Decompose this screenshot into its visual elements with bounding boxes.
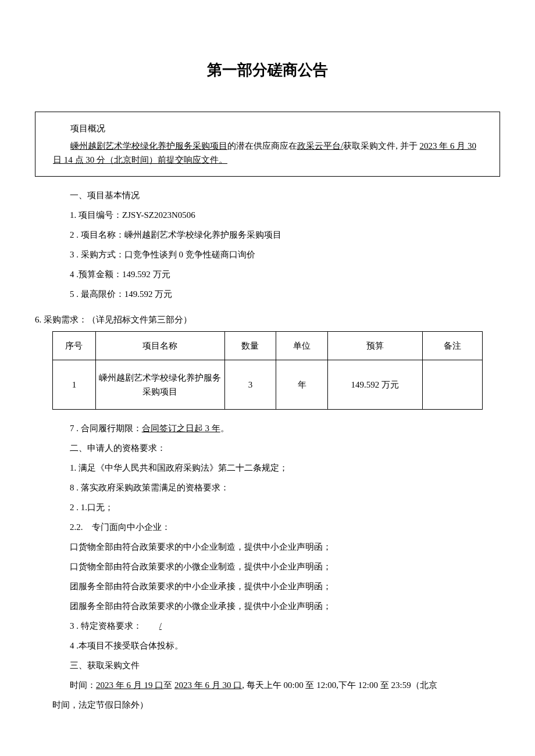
sme-line-d: 团服务全部由符合政策要求的小微企业承接，提供中小企业声明函； [52, 599, 483, 613]
overview-project-name: 嵊州越剧艺术学校绿化养护服务采购项目 [70, 141, 227, 151]
obtain-mid: 至 [163, 680, 174, 690]
obtain-time-cont: 时间，法定节假日除外） [52, 698, 483, 712]
contract-term-value: 合同签订之日起 3 年 [142, 424, 220, 433]
obtain-date-2: 2023 年 6 月 30 口 [174, 680, 242, 690]
section-2-heading: 二、申请人的资格要求： [52, 441, 483, 455]
contract-term-post: 。 [220, 424, 229, 433]
item-req-caption: 6. 采购需求：（详见招标文件第三部分） [35, 313, 500, 327]
qual-3-value: / [159, 621, 162, 630]
td-unit: 年 [276, 360, 328, 409]
item-max-price: 5 . 最高限价：149.592 万元 [52, 287, 483, 301]
td-seq: 1 [53, 360, 96, 409]
item-qual-1: 1. 满足《中华人民共和国政府采购法》第二十二条规定； [52, 461, 483, 475]
th-seq: 序号 [53, 331, 96, 360]
contract-term-pre: 7 . 合同履行期限： [70, 424, 142, 433]
item-qual-2-1: 2 . 1.口无； [52, 500, 483, 514]
th-name: 项目名称 [95, 331, 224, 360]
requirements-table: 序号 项目名称 数量 单位 预算 备注 1 嵊州越剧艺术学校绿化养护服务采购项目… [52, 331, 483, 410]
item-budget: 4 .预算金额：149.592 万元 [52, 267, 483, 281]
td-qty: 3 [224, 360, 276, 409]
item-project-number: 1. 项目编号：ZJSY-SZ2023N0506 [52, 208, 483, 222]
th-remark: 备注 [422, 331, 483, 360]
table-header-row: 序号 项目名称 数量 单位 预算 备注 [53, 331, 483, 360]
item-qual-3: 3 . 特定资格要求： / [52, 619, 483, 633]
th-unit: 单位 [276, 331, 328, 360]
overview-platform: 政采云平台/ [297, 141, 343, 151]
overview-sentence: 嵊州越剧艺术学校绿化养护服务采购项目的潜在供应商应在政采云平台/获取采购文件, … [53, 139, 482, 167]
sme-line-c: 团服务全部由符合政策要求的中小企业承接，提供中小企业声明函； [52, 579, 483, 593]
td-remark [422, 360, 483, 409]
qual-3-pre: 3 . 特定资格要求： [70, 621, 159, 630]
item-qual-2-2: 2.2. 专门面向中小企业： [52, 520, 483, 534]
sme-line-b: 口货物全部由符合政策要求的小微企业制造，提供中小企业声明函； [52, 560, 483, 574]
sme-line-a: 口货物全部由符合政策要求的中小企业制造，提供中小企业声明函； [52, 540, 483, 554]
td-name: 嵊州越剧艺术学校绿化养护服务采购项目 [95, 360, 224, 409]
obtain-date-1: 2023 年 6 月 19 口 [96, 680, 163, 690]
th-budget: 预算 [327, 331, 422, 360]
item-procurement-method: 3 . 采购方式：口竞争性谈判 0 竞争性磋商口询价 [52, 248, 483, 261]
obtain-time: 时间：2023 年 6 月 19 口至 2023 年 6 月 30 口, 每天上… [52, 678, 483, 692]
item-qual-8: 8 . 落实政府采购政策需满足的资格要求： [52, 481, 483, 495]
overview-mid2: 获取采购文件, 并于 [343, 141, 419, 151]
th-qty: 数量 [224, 331, 276, 360]
td-budget: 149.592 万元 [327, 360, 422, 409]
overview-mid1: 的潜在供应商应在 [227, 141, 297, 151]
item-contract-term: 7 . 合同履行期限：合同签订之日起 3 年。 [52, 421, 483, 435]
page-title: 第一部分磋商公告 [35, 58, 500, 83]
section-1-heading: 一、项目基本情况 [52, 188, 483, 202]
item-project-name: 2 . 项目名称：嵊州越剧艺术学校绿化养护服务采购项目 [52, 228, 483, 242]
section-3-heading: 三、获取采购文件 [52, 658, 483, 672]
obtain-time-post: , 每天上午 00:00 至 12:00,下午 12:00 至 23:59（北京 [242, 680, 437, 690]
item-qual-4: 4 .本项目不接受联合体投标。 [52, 639, 483, 653]
overview-heading: 项目概况 [53, 121, 482, 135]
overview-box: 项目概况 嵊州越剧艺术学校绿化养护服务采购项目的潜在供应商应在政采云平台/获取采… [35, 112, 500, 177]
table-row: 1 嵊州越剧艺术学校绿化养护服务采购项目 3 年 149.592 万元 [53, 360, 483, 409]
obtain-time-pre: 时间： [70, 680, 96, 690]
